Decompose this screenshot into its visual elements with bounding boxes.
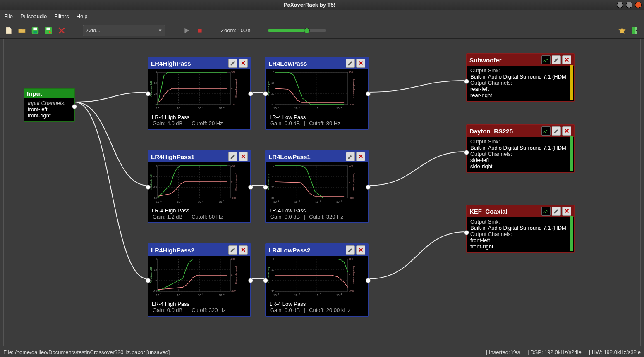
svg-text:1: 1: [278, 200, 279, 202]
close-button[interactable]: ✕: [562, 55, 571, 64]
svg-text:10: 10: [156, 200, 159, 203]
output-port[interactable]: [72, 104, 77, 109]
edit-button[interactable]: [552, 207, 561, 216]
close-button[interactable]: ✕: [239, 59, 248, 68]
svg-text:-20: -20: [271, 186, 274, 188]
node-kef-coaxial[interactable]: KEF_Coaxial ✕ Output Sink: Built-in Audi…: [466, 205, 575, 253]
close-button[interactable]: ✕: [239, 152, 248, 161]
node-input[interactable]: Input Input Channels: front-left front-r…: [24, 88, 75, 122]
edit-button[interactable]: [228, 152, 237, 161]
input-port[interactable]: [464, 150, 469, 155]
close-button[interactable]: ✕: [562, 207, 571, 216]
svg-text:Phase [degrees]: Phase [degrees]: [352, 173, 355, 191]
output-port[interactable]: [248, 278, 253, 283]
spectrum-button[interactable]: [541, 207, 551, 216]
svg-text:-200: -200: [349, 197, 354, 199]
edit-button[interactable]: [346, 245, 355, 255]
status-indicator: [570, 216, 573, 251]
node-title: Dayton_RS225: [469, 128, 540, 135]
star-button[interactable]: [618, 26, 627, 35]
input-port[interactable]: [464, 79, 469, 84]
input-port[interactable]: [464, 230, 469, 235]
add-filter-combo[interactable]: Add...: [83, 25, 165, 36]
menu-file[interactable]: File: [4, 13, 13, 19]
statusbar: File: /home/galileo/Documents/testinCros…: [0, 347, 644, 357]
svg-text:200: 200: [349, 164, 353, 167]
zoom-slider[interactable]: [268, 29, 326, 32]
filter-response-chart: 1011021031040-10-20-302000-200Amplitude …: [148, 257, 239, 297]
svg-text:200: 200: [231, 258, 236, 260]
window-maximize-button[interactable]: [626, 2, 632, 8]
output-port[interactable]: [248, 185, 253, 190]
svg-text:10: 10: [198, 294, 201, 297]
svg-text:2: 2: [182, 106, 183, 109]
filter-response-chart: 1011021031040-10-20-302000-200Amplitude …: [266, 163, 356, 204]
close-button[interactable]: ✕: [239, 245, 248, 255]
spectrum-button[interactable]: [541, 55, 551, 64]
close-button[interactable]: ✕: [356, 152, 365, 161]
close-button[interactable]: ✕: [356, 59, 365, 68]
node-lr4lowpass[interactable]: LR4LowPass ✕ 1011021031040-10-20-302000-…: [265, 57, 369, 130]
input-port[interactable]: [263, 91, 268, 96]
node-dayton-rs225[interactable]: Dayton_RS225 ✕ Output Sink: Built-in Aud…: [466, 124, 575, 173]
svg-text:-30: -30: [271, 197, 274, 199]
node-lr4lowpass2[interactable]: LR4LowPass2 ✕ 1011021031040-10-20-302000…: [265, 243, 369, 317]
spectrum-button[interactable]: [541, 126, 551, 136]
delete-button[interactable]: [57, 26, 66, 35]
menu-filters[interactable]: Filters: [54, 13, 69, 19]
stop-button[interactable]: [195, 26, 204, 35]
node-lr4lowpass1[interactable]: LR4LowPass1 ✕ 1011021031040-10-20-302000…: [265, 150, 369, 223]
svg-text:-30: -30: [271, 290, 274, 293]
menu-pulseaudio[interactable]: Pulseaudio: [20, 13, 47, 19]
exit-button[interactable]: [631, 26, 640, 35]
svg-text:10: 10: [177, 107, 180, 110]
edit-button[interactable]: [228, 59, 237, 68]
input-port[interactable]: [146, 91, 151, 96]
edit-button[interactable]: [552, 55, 561, 64]
svg-text:-10: -10: [153, 269, 157, 271]
svg-text:0: 0: [273, 71, 275, 74]
node-lr4highpass1[interactable]: LR4HighPass1 ✕ 1011021031040-10-20-30200…: [148, 150, 251, 223]
node-title: LR4HighPass1: [151, 153, 227, 160]
node-subwoofer[interactable]: Subwoofer ✕ Output Sink: Built-in Audio …: [466, 53, 575, 102]
input-port[interactable]: [146, 185, 151, 190]
new-file-button[interactable]: [4, 26, 13, 35]
svg-text:3: 3: [320, 106, 321, 109]
svg-text:1: 1: [160, 106, 162, 109]
window-close-button[interactable]: [635, 2, 642, 8]
svg-text:-200: -200: [231, 103, 237, 106]
svg-text:10: 10: [219, 200, 222, 203]
input-port[interactable]: [263, 278, 268, 283]
edit-button[interactable]: [346, 152, 355, 161]
node-lr4highpass[interactable]: LR4HighPass ✕ 1011021031040-10-20-302000…: [148, 57, 251, 130]
close-button[interactable]: ✕: [356, 245, 365, 255]
svg-text:-10: -10: [271, 269, 274, 271]
output-port[interactable]: [366, 278, 371, 283]
save-as-button[interactable]: [44, 26, 53, 35]
filter-cutoff: Cutoff: 320 Hz: [192, 307, 226, 313]
output-port[interactable]: [366, 91, 371, 96]
node-lr4highpass2[interactable]: LR4HighPass2 ✕ 1011021031040-10-20-30200…: [148, 243, 251, 317]
svg-text:0: 0: [231, 181, 233, 183]
edit-button[interactable]: [552, 126, 561, 136]
save-button[interactable]: [31, 26, 40, 35]
menubar: File Pulseaudio Filters Help: [0, 10, 644, 22]
svg-text:1: 1: [278, 293, 279, 295]
input-port[interactable]: [146, 278, 151, 283]
play-button[interactable]: [182, 26, 191, 35]
zoom-slider-thumb[interactable]: [304, 28, 310, 33]
output-port[interactable]: [366, 185, 371, 190]
edit-button[interactable]: [346, 59, 355, 68]
svg-text:3: 3: [320, 293, 321, 295]
open-file-button[interactable]: [17, 26, 26, 35]
edit-button[interactable]: [228, 245, 237, 255]
svg-text:2: 2: [299, 106, 300, 109]
node-canvas[interactable]: Input Input Channels: front-left front-r…: [3, 39, 641, 346]
output-port[interactable]: [248, 91, 253, 96]
svg-text:1: 1: [160, 200, 162, 202]
window-minimize-button[interactable]: [617, 2, 623, 8]
menu-help[interactable]: Help: [77, 13, 88, 19]
close-button[interactable]: ✕: [562, 126, 571, 136]
input-port[interactable]: [263, 185, 268, 190]
svg-text:10: 10: [198, 200, 201, 203]
